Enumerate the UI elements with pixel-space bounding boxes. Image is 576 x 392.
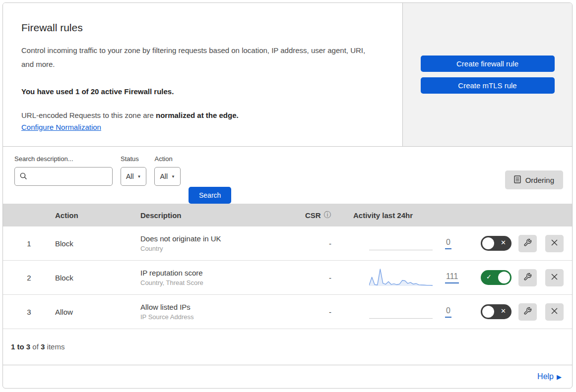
x-icon — [551, 307, 558, 316]
action-dropdown[interactable]: All ▼ — [154, 167, 180, 186]
toggle-knob — [498, 272, 510, 283]
firewall-rules-card: Firewall rules Control incoming traffic … — [2, 2, 573, 389]
list-document-icon — [514, 175, 521, 185]
normalization-prefix: URL-encoded Requests to this zone are — [21, 111, 156, 119]
x-icon: ✕ — [501, 307, 506, 315]
rule-enabled-toggle[interactable]: ✓ ✕ — [481, 236, 512, 251]
action-label: Action — [154, 155, 180, 163]
search-icon — [20, 172, 27, 182]
toggle-knob — [482, 306, 494, 318]
delete-rule-button[interactable] — [545, 269, 564, 286]
chevron-down-icon: ▼ — [171, 174, 175, 179]
usage-summary: You have used 1 of 20 active Firewall ru… — [21, 87, 383, 96]
table-row: 3 Allow Allow listed IPs IP Source Addre… — [3, 295, 572, 329]
activity-count-link[interactable]: 111 — [445, 272, 459, 283]
delete-rule-button[interactable] — [545, 235, 564, 252]
ordering-button[interactable]: Ordering — [505, 170, 563, 189]
search-label: Search description... — [14, 155, 113, 163]
wrench-icon — [523, 273, 532, 282]
intro-panel: Firewall rules Control incoming traffic … — [3, 3, 403, 146]
ordering-button-label: Ordering — [525, 176, 554, 184]
status-dropdown-value: All — [126, 172, 134, 180]
rule-priority: 2 — [3, 274, 55, 282]
rule-csr-value: - — [294, 274, 351, 282]
rule-enabled-toggle[interactable]: ✓ ✕ — [481, 304, 512, 319]
x-icon — [551, 239, 558, 248]
create-firewall-rule-button[interactable]: Create firewall rule — [421, 56, 555, 72]
pagination-of: of — [30, 342, 41, 351]
x-icon: ✕ — [501, 239, 506, 246]
action-column-header: Action — [55, 211, 140, 220]
filter-bar: Search description... Status All ▼ Actio… — [3, 147, 572, 204]
rule-priority: 3 — [3, 308, 55, 316]
arrow-right-icon: ▶ — [557, 373, 562, 381]
delete-rule-button[interactable] — [545, 303, 564, 321]
edit-rule-button[interactable] — [518, 235, 537, 252]
check-icon: ✓ — [486, 273, 492, 280]
rule-csr-value: - — [294, 239, 351, 248]
normalization-bold: normalized at the edge. — [156, 111, 239, 119]
rule-criteria: IP Source Address — [140, 313, 294, 321]
pagination-items: items — [45, 342, 64, 351]
help-row: Help ▶ — [3, 365, 572, 388]
activity-sparkline-empty — [369, 300, 433, 323]
rule-action: Allow — [55, 308, 140, 316]
create-mtls-rule-button[interactable]: Create mTLS rule — [421, 77, 555, 94]
rule-criteria: Country, Threat Score — [140, 279, 294, 286]
pagination-summary: 1 to 3 of 3 items — [3, 329, 572, 365]
csr-column-header: CSR — [305, 211, 321, 220]
normalization-note: URL-encoded Requests to this zone are no… — [21, 111, 383, 119]
rule-csr-value: - — [294, 308, 351, 316]
edit-rule-button[interactable] — [518, 303, 537, 321]
rule-description: Allow listed IPs — [140, 303, 294, 311]
pagination-range: 1 to 3 — [11, 342, 30, 351]
header-section: Firewall rules Control incoming traffic … — [3, 3, 572, 147]
activity-column-header: Activity last 24hr — [351, 211, 470, 220]
help-link[interactable]: Help — [537, 372, 554, 381]
edit-rule-button[interactable] — [518, 269, 537, 286]
x-icon — [551, 273, 558, 282]
page-description: Control incoming traffic to your zone by… — [21, 44, 379, 71]
activity-sparkline — [369, 266, 433, 289]
rule-enabled-toggle[interactable]: ✓ ✕ — [481, 270, 512, 285]
chevron-down-icon: ▼ — [137, 174, 141, 179]
search-input[interactable] — [14, 167, 113, 186]
rule-criteria: Country — [140, 245, 294, 252]
page-title: Firewall rules — [21, 22, 383, 34]
activity-count-link[interactable]: 0 — [445, 238, 451, 249]
toggle-knob — [482, 237, 494, 249]
table-header: Action Description CSR ⓘ Activity last 2… — [3, 204, 572, 226]
table-row: 2 Block IP reputation score Country, Thr… — [3, 261, 572, 295]
action-dropdown-value: All — [160, 172, 168, 180]
description-column-header: Description — [140, 211, 294, 220]
rule-description: Does not originate in UK — [140, 234, 294, 243]
rule-description: IP reputation score — [140, 269, 294, 277]
activity-sparkline-empty — [369, 232, 433, 255]
search-button[interactable]: Search — [189, 187, 231, 204]
actions-panel: Create firewall rule Create mTLS rule — [403, 3, 572, 146]
rule-action: Block — [55, 274, 140, 282]
status-dropdown[interactable]: All ▼ — [121, 167, 146, 186]
activity-count-link[interactable]: 0 — [445, 306, 451, 318]
rule-priority: 1 — [3, 239, 55, 248]
configure-normalization-link[interactable]: Configure Normalization — [21, 123, 101, 131]
wrench-icon — [523, 307, 532, 317]
rule-action: Block — [55, 239, 140, 248]
table-row: 1 Block Does not originate in UK Country… — [3, 226, 572, 261]
info-icon[interactable]: ⓘ — [324, 211, 331, 220]
wrench-icon — [523, 238, 532, 248]
status-label: Status — [121, 155, 146, 163]
